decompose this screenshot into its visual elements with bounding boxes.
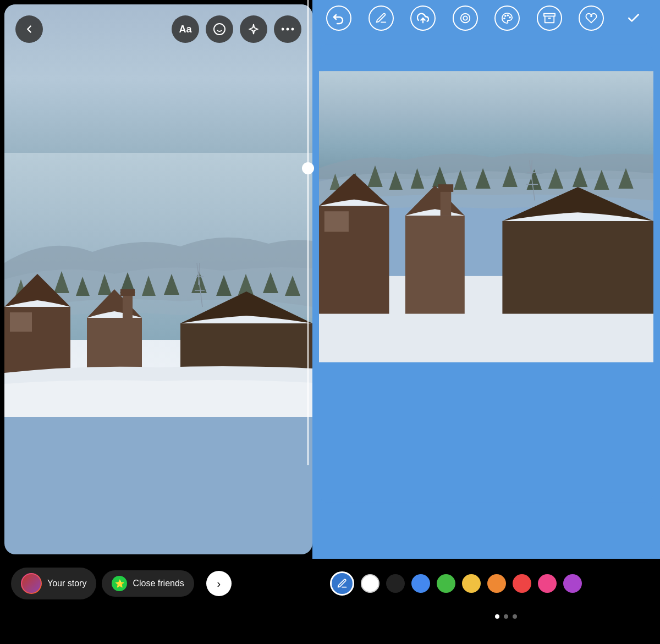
avatar-image [22, 574, 41, 593]
palette-icon [501, 12, 513, 24]
snow-scene-svg [4, 153, 312, 417]
svg-point-11 [214, 24, 225, 35]
color-pink[interactable] [538, 574, 557, 593]
sparkle-icon [248, 23, 260, 35]
active-pen-tool[interactable] [330, 571, 354, 596]
color-yellow[interactable] [462, 574, 481, 593]
color-blue[interactable] [411, 574, 430, 593]
more-button[interactable] [274, 15, 301, 43]
left-story-panel: Aa [4, 4, 312, 554]
color-red[interactable] [513, 574, 531, 593]
done-button[interactable] [621, 5, 646, 31]
svg-point-20 [508, 15, 509, 16]
drawing-tools [330, 571, 582, 596]
close-friends-label: Close friends [133, 579, 184, 588]
svg-point-18 [461, 14, 470, 23]
svg-rect-38 [502, 221, 653, 314]
layers-icon [543, 12, 556, 24]
svg-point-22 [505, 15, 506, 16]
bottom-bar: Your story ⭐ Close friends › [0, 559, 660, 644]
right-story-canvas[interactable] [319, 43, 653, 504]
back-button[interactable] [15, 15, 43, 43]
marker-button[interactable] [453, 5, 478, 31]
undo-icon [332, 12, 345, 25]
favorite-button[interactable] [579, 5, 604, 31]
close-friends-button[interactable]: ⭐ Close friends [102, 570, 194, 597]
svg-rect-8 [120, 289, 135, 296]
svg-rect-34 [405, 216, 465, 313]
svg-point-15 [287, 28, 289, 31]
split-divider [307, 0, 309, 465]
svg-rect-4 [10, 312, 32, 332]
pen-icon [375, 12, 387, 24]
sticker-tool-button[interactable] [206, 15, 233, 43]
svg-point-21 [509, 17, 510, 18]
effects-tool-button[interactable] [240, 15, 267, 43]
bottom-actions-row: Your story ⭐ Close friends › [0, 559, 660, 608]
color-green[interactable] [437, 574, 455, 593]
svg-rect-7 [123, 293, 133, 318]
story-options: Your story ⭐ Close friends › [11, 568, 319, 599]
svg-rect-37 [438, 184, 453, 192]
color-orange[interactable] [487, 574, 506, 593]
upload-icon [417, 12, 429, 24]
color-purple[interactable] [563, 574, 582, 593]
your-story-button[interactable]: Your story [11, 568, 96, 599]
left-top-bar: Aa [4, 15, 312, 43]
right-scene-svg [319, 43, 653, 504]
svg-rect-33 [324, 211, 349, 232]
close-friends-icon: ⭐ [112, 576, 127, 591]
svg-point-19 [463, 16, 467, 20]
sticker-icon [213, 23, 226, 36]
dot-3 [513, 614, 517, 619]
layers-button[interactable] [537, 5, 562, 31]
dot-1 [495, 614, 499, 619]
upload-button[interactable] [410, 5, 436, 31]
user-avatar [21, 573, 42, 594]
svg-rect-24 [544, 14, 555, 16]
heart-icon [585, 12, 597, 24]
forward-button[interactable]: › [206, 571, 232, 596]
undo-button[interactable] [326, 5, 351, 31]
more-dots-icon [282, 27, 294, 31]
right-draw-panel [312, 0, 660, 559]
page-dots [352, 608, 660, 625]
draw-toolbar [312, 5, 660, 31]
back-icon [23, 23, 35, 35]
active-pen-icon [337, 578, 348, 589]
svg-point-23 [504, 18, 505, 19]
svg-point-16 [292, 28, 294, 31]
split-handle[interactable] [302, 162, 314, 174]
photo-scene [4, 153, 312, 417]
text-tool-button[interactable]: Aa [172, 15, 199, 43]
your-story-label: Your story [47, 579, 86, 588]
svg-rect-40 [319, 362, 653, 503]
marker-icon [459, 12, 471, 24]
top-action-buttons: Aa [172, 15, 301, 43]
svg-point-14 [282, 28, 284, 31]
svg-point-26 [590, 15, 592, 18]
checkmark-icon [626, 11, 641, 25]
palette-button[interactable] [494, 5, 520, 31]
color-black[interactable] [386, 574, 405, 593]
pen-button[interactable] [369, 5, 394, 31]
dot-2 [504, 614, 508, 619]
svg-rect-36 [441, 189, 452, 216]
color-white[interactable] [361, 574, 380, 593]
